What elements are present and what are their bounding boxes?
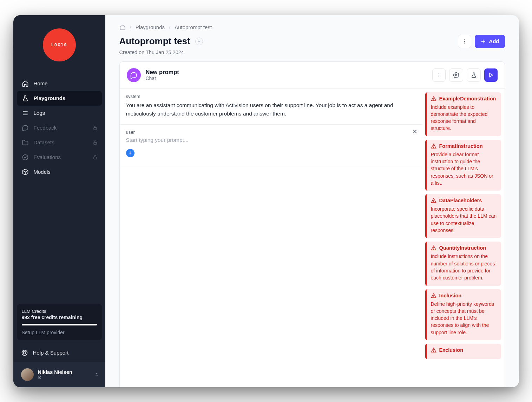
page-more-button[interactable] bbox=[458, 35, 471, 48]
sidebar-item-label: Feedback bbox=[34, 125, 57, 131]
help-support[interactable]: Help & Support bbox=[13, 344, 105, 362]
svg-point-24 bbox=[433, 100, 434, 100]
flask-icon bbox=[22, 95, 29, 102]
hint-card[interactable]: FormatInstruction Provide a clear format… bbox=[425, 140, 501, 191]
hint-body: Include examples to demonstrate the expe… bbox=[431, 104, 497, 132]
system-message[interactable]: system You are an assistant communicatin… bbox=[120, 89, 422, 125]
sidebar-item-label: Datasets bbox=[34, 139, 54, 145]
svg-marker-20 bbox=[490, 73, 493, 77]
add-message-button[interactable]: + bbox=[126, 149, 134, 157]
title-add-button[interactable] bbox=[195, 38, 203, 45]
hint-body: Define high-priority keywords or concept… bbox=[431, 301, 497, 336]
page-header: Autoprompt test Add bbox=[105, 32, 519, 50]
lock-icon bbox=[93, 155, 98, 160]
remove-message-button[interactable] bbox=[412, 129, 418, 134]
svg-point-28 bbox=[433, 202, 434, 202]
prompt-card-body: system You are an assistant communicatin… bbox=[120, 89, 505, 387]
hint-card[interactable]: ExampleDemonstration Include examples to… bbox=[425, 92, 501, 136]
sidebar-item-label: Models bbox=[34, 169, 51, 175]
breadcrumb-sep: / bbox=[169, 24, 170, 30]
sidebar-item-models[interactable]: Models bbox=[17, 165, 102, 179]
setup-llm-link[interactable]: Setup LLM provider bbox=[22, 330, 97, 335]
user-message-input[interactable]: Start typing your prompt... bbox=[126, 137, 416, 143]
sidebar-nav: Home Playgrounds Logs Feedback bbox=[13, 75, 105, 181]
svg-point-26 bbox=[433, 147, 434, 147]
hint-title: DataPlaceholders bbox=[439, 198, 482, 203]
prompt-type: Chat bbox=[146, 75, 179, 81]
flask-icon bbox=[471, 72, 477, 78]
svg-rect-3 bbox=[93, 127, 96, 130]
user-switcher[interactable]: Niklas Nielsen rc bbox=[13, 362, 105, 387]
warning-icon bbox=[431, 198, 436, 203]
hint-card[interactable]: Exclusion bbox=[425, 344, 501, 359]
home-icon[interactable] bbox=[119, 24, 126, 31]
hint-card[interactable]: DataPlaceholders Incorporate specific da… bbox=[425, 194, 501, 238]
sidebar-item-label: Logs bbox=[34, 110, 45, 116]
chat-icon bbox=[22, 124, 29, 131]
svg-point-18 bbox=[438, 76, 439, 77]
chevron-up-down-icon bbox=[94, 372, 99, 377]
credits-card: LLM Credits 992 free credits remaining S… bbox=[17, 304, 102, 340]
prompt-settings-button[interactable] bbox=[449, 68, 463, 82]
hint-title: Inclusion bbox=[439, 293, 462, 298]
hint-title: Exclusion bbox=[439, 347, 464, 353]
logo-wrap: LOG10 bbox=[13, 15, 105, 75]
sidebar-item-datasets[interactable]: Datasets bbox=[17, 135, 102, 150]
sidebar-item-home[interactable]: Home bbox=[17, 76, 102, 91]
warning-icon bbox=[431, 347, 436, 353]
svg-rect-4 bbox=[93, 142, 96, 144]
sidebar-item-logs[interactable]: Logs bbox=[17, 106, 102, 120]
prompt-experiment-button[interactable] bbox=[467, 68, 481, 82]
lock-icon bbox=[93, 125, 98, 130]
check-circle-icon bbox=[22, 154, 29, 161]
sidebar-item-label: Evaluations bbox=[34, 154, 61, 160]
sidebar-item-feedback[interactable]: Feedback bbox=[17, 120, 102, 135]
system-message-text[interactable]: You are an assistant communicating with … bbox=[126, 101, 416, 118]
sidebar-item-label: Playgrounds bbox=[34, 95, 66, 101]
page-subtitle: Created on Thu Jan 25 2024 bbox=[105, 50, 519, 61]
svg-point-34 bbox=[433, 351, 434, 351]
credits-progress bbox=[22, 324, 97, 325]
warning-icon bbox=[431, 245, 436, 251]
hint-title: ExampleDemonstration bbox=[439, 96, 496, 101]
app-shell: LOG10 Home Playgrounds Logs bbox=[13, 15, 519, 387]
hint-body: Provide a clear format instruction to gu… bbox=[431, 151, 497, 186]
credits-title: LLM Credits bbox=[22, 309, 97, 314]
brand-logo: LOG10 bbox=[43, 28, 76, 61]
svg-point-12 bbox=[464, 41, 465, 41]
user-message[interactable]: user Start typing your prompt... + bbox=[120, 125, 422, 168]
message-role: system bbox=[126, 94, 416, 99]
prompt-name: New prompt bbox=[146, 69, 179, 75]
sidebar: LOG10 Home Playgrounds Logs bbox=[13, 15, 105, 387]
sidebar-item-evaluations[interactable]: Evaluations bbox=[17, 150, 102, 165]
breadcrumb-playgrounds[interactable]: Playgrounds bbox=[136, 24, 165, 30]
page-title: Autoprompt test bbox=[119, 36, 190, 47]
svg-point-32 bbox=[433, 297, 434, 297]
svg-point-30 bbox=[433, 249, 434, 249]
add-button[interactable]: Add bbox=[475, 35, 505, 48]
main: / Playgrounds / Autoprompt test Autoprom… bbox=[105, 15, 519, 387]
help-label: Help & Support bbox=[33, 350, 69, 356]
plus-icon: + bbox=[129, 150, 132, 156]
prompt-run-button[interactable] bbox=[484, 68, 498, 82]
home-icon bbox=[22, 80, 29, 87]
svg-point-19 bbox=[455, 74, 457, 76]
user-name: Niklas Nielsen bbox=[38, 369, 72, 375]
svg-point-13 bbox=[464, 42, 465, 43]
play-icon bbox=[488, 72, 494, 78]
hint-body: Incorporate specific data placeholders t… bbox=[431, 205, 497, 234]
message-role: user bbox=[126, 130, 416, 135]
breadcrumb-current: Autoprompt test bbox=[175, 24, 212, 30]
chat-avatar-icon bbox=[127, 68, 141, 82]
hint-body: Include instructions on the number of so… bbox=[431, 253, 497, 281]
svg-point-16 bbox=[438, 73, 439, 74]
hint-card[interactable]: QuantityInstruction Include instructions… bbox=[425, 242, 501, 285]
hint-card[interactable]: Inclusion Define high-priority keywords … bbox=[425, 289, 501, 340]
lock-icon bbox=[93, 140, 98, 145]
add-button-label: Add bbox=[489, 38, 499, 44]
credits-remaining: 992 free credits remaining bbox=[22, 315, 97, 320]
svg-point-11 bbox=[464, 39, 465, 40]
sidebar-item-playgrounds[interactable]: Playgrounds bbox=[17, 91, 102, 106]
warning-icon bbox=[431, 143, 436, 149]
prompt-more-button[interactable] bbox=[432, 68, 446, 82]
